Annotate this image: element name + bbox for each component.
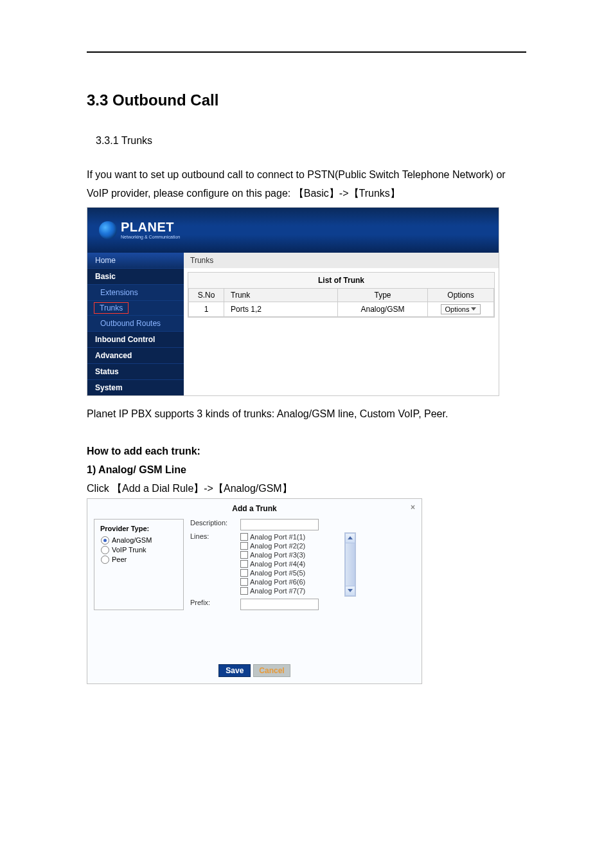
- nav-item-trunks[interactable]: Trunks: [94, 302, 129, 314]
- chevron-up-icon: [348, 536, 353, 539]
- provider-type-fieldset: Provider Type: Analog/GSM VoIP Trunk Pee…: [94, 519, 184, 610]
- modal-title: Add a Trunk ×: [87, 499, 422, 515]
- checkbox-icon[interactable]: [240, 542, 248, 550]
- options-label: Options: [445, 305, 470, 313]
- chevron-down-icon: [348, 589, 353, 592]
- nav-item-extensions[interactable]: Extensions: [87, 284, 184, 300]
- radio-peer[interactable]: Peer: [101, 556, 177, 564]
- supports-paragraph: Planet IP PBX supports 3 kinds of trunks…: [87, 405, 526, 424]
- description-input[interactable]: [240, 519, 319, 530]
- planet-globe-icon: [99, 221, 117, 239]
- cell-trunk: Ports 1,2: [224, 302, 338, 316]
- add-trunk-modal: Add a Trunk × Provider Type: Analog/GSM …: [87, 498, 422, 684]
- provider-type-legend: Provider Type:: [98, 525, 151, 532]
- nav-section-advanced[interactable]: Advanced: [87, 347, 184, 363]
- lines-listbox[interactable]: Analog Port #1(1) Analog Port #2(2) Anal…: [240, 532, 344, 597]
- col-sno: S.No: [189, 288, 224, 302]
- description-label: Description:: [190, 519, 236, 527]
- breadcrumb: Trunks: [184, 253, 499, 268]
- cell-sno: 1: [189, 302, 224, 316]
- cancel-button[interactable]: Cancel: [253, 664, 290, 677]
- intro-paragraph: If you want to set up outbound call to c…: [87, 166, 526, 203]
- col-options: Options: [428, 288, 494, 302]
- scroll-up-button[interactable]: [345, 533, 355, 543]
- brand-tagline: Networking & Communication: [121, 235, 180, 239]
- options-dropdown-button[interactable]: Options: [441, 304, 481, 314]
- nav-section-status[interactable]: Status: [87, 363, 184, 379]
- prefix-input[interactable]: [240, 599, 319, 610]
- col-trunk: Trunk: [224, 288, 338, 302]
- nav-section-inbound-control[interactable]: Inbound Control: [87, 331, 184, 347]
- list-title: List of Trunk: [188, 273, 494, 288]
- nav-section-basic[interactable]: Basic: [87, 268, 184, 284]
- checkbox-icon[interactable]: [240, 533, 248, 541]
- checkbox-icon[interactable]: [240, 560, 248, 568]
- analog-gsm-heading: 1) Analog/ GSM Line: [87, 461, 526, 480]
- chevron-down-icon: [471, 307, 476, 311]
- radio-icon: [101, 536, 109, 545]
- close-icon[interactable]: ×: [411, 503, 415, 512]
- radio-voip-trunk[interactable]: VoIP Trunk: [101, 546, 177, 554]
- prefix-label: Prefix:: [190, 599, 236, 606]
- howto-heading: How to add each trunk:: [87, 442, 526, 461]
- radio-analog-gsm[interactable]: Analog/GSM: [101, 536, 177, 545]
- scrollbar-thumb[interactable]: [345, 543, 355, 586]
- brand-logo: PLANET Networking & Communication: [99, 221, 180, 239]
- nav-section-system[interactable]: System: [87, 379, 184, 395]
- radio-icon: [101, 556, 109, 564]
- scroll-down-button[interactable]: [345, 586, 355, 596]
- lines-label: Lines:: [190, 532, 236, 540]
- nav-item-outbound-routes[interactable]: Outbound Routes: [87, 315, 184, 331]
- save-button[interactable]: Save: [218, 664, 251, 677]
- nav-home[interactable]: Home: [87, 253, 184, 268]
- cell-type: Analog/GSM: [338, 302, 428, 316]
- checkbox-icon[interactable]: [240, 551, 248, 559]
- checkbox-icon[interactable]: [240, 587, 248, 595]
- col-type: Type: [338, 288, 428, 302]
- page-top-rule: [87, 51, 526, 53]
- radio-icon: [101, 546, 109, 554]
- scrollbar[interactable]: [344, 532, 356, 597]
- brand-name: PLANET: [121, 221, 180, 233]
- trunks-table: S.No Trunk Type Options 1 Ports 1,2 Anal…: [188, 288, 494, 317]
- table-row: 1 Ports 1,2 Analog/GSM Options: [189, 302, 494, 316]
- checkbox-icon[interactable]: [240, 578, 248, 586]
- click-instruction: Click 【Add a Dial Rule】->【Analog/GSM】: [87, 480, 526, 498]
- checkbox-icon[interactable]: [240, 569, 248, 577]
- section-title: 3.3 Outbound Call: [87, 91, 526, 109]
- app-header: PLANET Networking & Communication: [87, 208, 499, 253]
- trunks-ui-screenshot: PLANET Networking & Communication Home T…: [87, 207, 499, 396]
- subsection-title: 3.3.1 Trunks: [96, 135, 526, 147]
